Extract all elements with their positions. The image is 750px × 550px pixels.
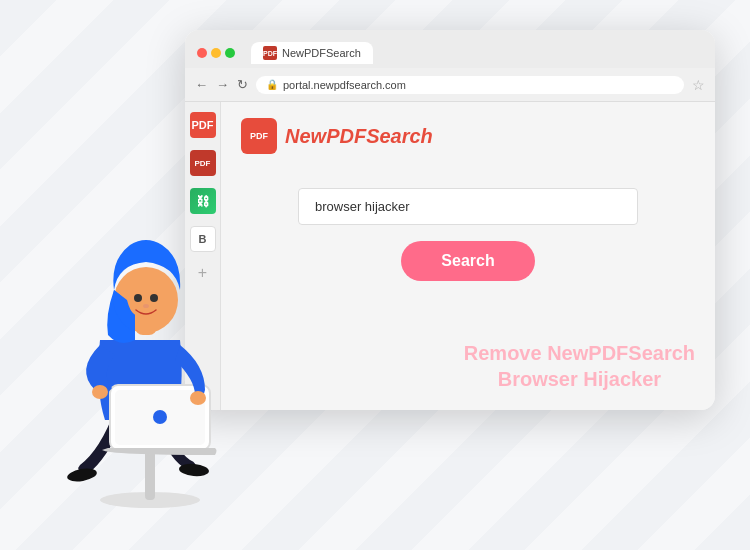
watermark-text: Remove NewPDFSearch Browser Hijacker xyxy=(464,340,695,392)
logo-icon-text: PDF xyxy=(250,131,268,141)
svg-point-8 xyxy=(190,391,206,405)
search-button[interactable]: Search xyxy=(401,241,534,281)
browser-chrome: PDF NewPDFSearch xyxy=(185,30,715,68)
maximize-dot[interactable] xyxy=(225,48,235,58)
browser-body: PDF PDF ⛓ B + PDF xyxy=(185,102,715,410)
search-area: Search xyxy=(241,188,695,281)
tab-title: NewPDFSearch xyxy=(282,47,361,59)
svg-point-9 xyxy=(92,385,108,399)
pdf2-ext-label: PDF xyxy=(195,159,211,168)
window-controls xyxy=(197,48,235,58)
watermark-line2: Browser Hijacker xyxy=(464,366,695,392)
refresh-button[interactable]: ↻ xyxy=(237,77,248,92)
newpdfsearch-logo: PDF NewPDFSearch xyxy=(241,118,433,154)
browser-address-bar: ← → ↻ 🔒 portal.newpdfsearch.com ☆ xyxy=(185,68,715,102)
svg-point-14 xyxy=(143,304,149,308)
logo-text-highlight: PDF xyxy=(326,125,366,147)
tab-favicon: PDF xyxy=(263,46,277,60)
browser-content: PDF NewPDFSearch Search Remove NewPDFSea… xyxy=(221,102,715,410)
minimize-dot[interactable] xyxy=(211,48,221,58)
search-input[interactable] xyxy=(298,188,638,225)
svg-point-12 xyxy=(134,294,142,302)
back-button[interactable]: ← xyxy=(195,77,208,92)
scene: PDF NewPDFSearch ← → ↻ 🔒 portal.newpdfse… xyxy=(0,0,750,550)
logo-text-suffix: Search xyxy=(366,125,433,147)
search-button-label: Search xyxy=(441,252,494,269)
address-bar-input[interactable]: 🔒 portal.newpdfsearch.com xyxy=(256,76,684,94)
svg-point-7 xyxy=(153,410,167,424)
logo-text: NewPDFSearch xyxy=(285,125,433,148)
forward-button[interactable]: → xyxy=(216,77,229,92)
browser-window: PDF NewPDFSearch ← → ↻ 🔒 portal.newpdfse… xyxy=(185,30,715,410)
svg-point-13 xyxy=(150,294,158,302)
person-svg xyxy=(20,170,240,510)
bookmark-button[interactable]: ☆ xyxy=(692,77,705,93)
watermark-line1: Remove NewPDFSearch xyxy=(464,340,695,366)
browser-tab[interactable]: PDF NewPDFSearch xyxy=(251,42,373,64)
pdf-ext-label: PDF xyxy=(192,119,214,131)
lock-icon: 🔒 xyxy=(266,79,278,90)
sidebar-extension-pdf[interactable]: PDF xyxy=(190,112,216,138)
close-dot[interactable] xyxy=(197,48,207,58)
person-illustration xyxy=(20,170,240,510)
logo-text-prefix: New xyxy=(285,125,326,147)
address-url: portal.newpdfsearch.com xyxy=(283,79,406,91)
logo-icon: PDF xyxy=(241,118,277,154)
